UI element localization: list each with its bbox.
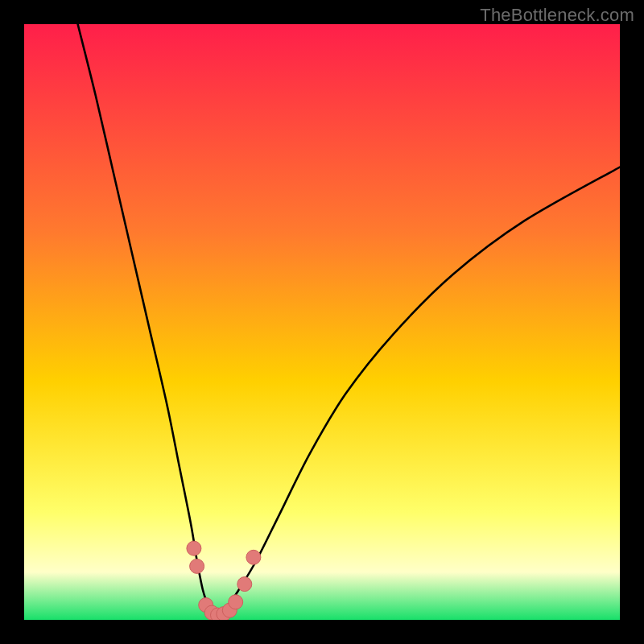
chart-frame: TheBottleneck.com <box>0 0 644 644</box>
bottleneck-curve-chart <box>24 24 620 620</box>
plot-area <box>24 24 620 620</box>
watermark-text: TheBottleneck.com <box>480 5 634 26</box>
valley-marker <box>190 559 204 573</box>
valley-marker <box>229 595 243 609</box>
valley-marker <box>237 577 252 592</box>
valley-marker <box>187 541 201 555</box>
gradient-background <box>24 24 620 620</box>
valley-marker <box>246 550 261 564</box>
